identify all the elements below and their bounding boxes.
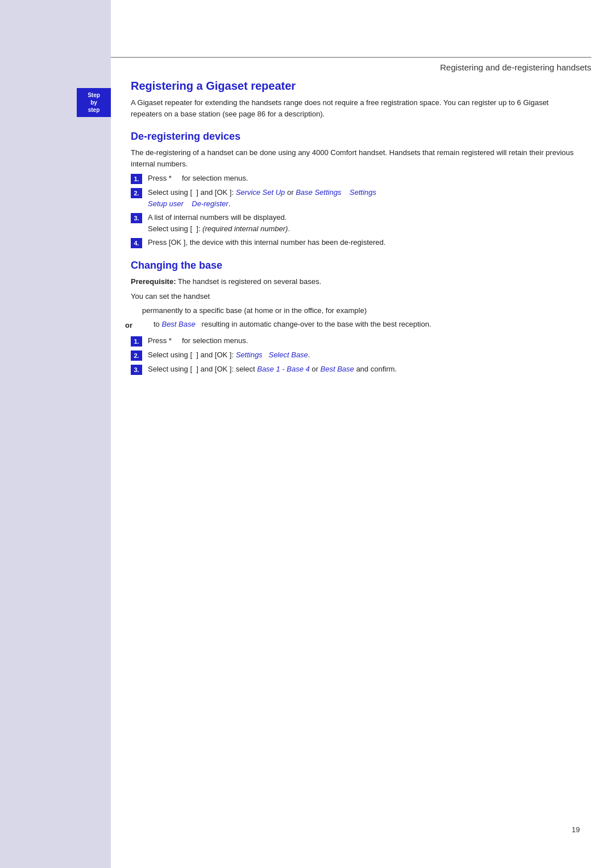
section3-or-label: or [125, 321, 148, 329]
section3-step2: 2. Select using [ ] and [OK ]: Settings … [131, 349, 580, 361]
page-header: Registering and de-registering handsets [111, 57, 591, 72]
section3-step3: 3. Select using [ ] and [OK ]: select Ba… [131, 364, 580, 375]
section3-step2-link2: Select Base [268, 350, 308, 359]
step-badge-line3: step [88, 107, 100, 113]
page-container: Step by step Registering and de-register… [0, 0, 614, 868]
section2-step2-num: 2. [131, 188, 142, 198]
section2-step3-text: A list of internal numbers will be displ… [148, 212, 580, 234]
step-badge: Step by step [77, 88, 111, 117]
section2-step3: 3. A list of internal numbers will be di… [131, 212, 580, 234]
section3-step2-link1: Settings [236, 350, 263, 359]
section3-para1: You can set the handset [131, 291, 580, 302]
section3-step1: 1. Press * for selection menus. [131, 335, 580, 347]
section2-step2: 2. Select using [ ] and [OK ]: Service S… [131, 187, 580, 209]
section3-prerequisite-text: The handset is registered on several bas… [176, 277, 321, 286]
section3-step3-num: 3. [131, 365, 142, 375]
section3-step3-link1: Base 1 - Base 4 [257, 365, 310, 373]
step-badge-line2: by [90, 99, 97, 106]
section3-prerequisite: Prerequisite: The handset is registered … [131, 276, 580, 287]
section1-heading: Registering a Gigaset repeater [131, 80, 580, 93]
section2-step2-link2: Base Settings Settings [296, 188, 376, 197]
section3-step2-num: 2. [131, 350, 142, 361]
section2-step2-link3: Setup user De-register [148, 199, 229, 208]
section3-step1-text: Press * for selection menus. [148, 335, 580, 347]
section3-indent2: to Best Base resulting in automatic chan… [148, 319, 432, 330]
section2-step4: 4. Press [OK ], the device with this int… [131, 237, 580, 248]
section2-step1-num: 1. [131, 174, 142, 184]
section1-para1: A Gigaset repeater for extending the han… [131, 97, 580, 119]
section2-step3-num: 3. [131, 213, 142, 223]
section2-para1: The de-registering of a handset can be d… [131, 147, 580, 169]
page-header-title: Registering and de-registering handsets [440, 62, 591, 72]
section3-prerequisite-label: Prerequisite: [131, 277, 176, 286]
section3-step3-link2: Best Base [321, 365, 354, 373]
section3-step1-num: 1. [131, 336, 142, 347]
section3-step2-text: Select using [ ] and [OK ]: Settings Sel… [148, 349, 580, 361]
step-badge-line1: Step [88, 92, 100, 98]
section3-heading: Changing the base [131, 260, 580, 272]
sidebar-strip [0, 0, 111, 868]
section2-step1: 1. Press * for selection menus. [131, 173, 580, 184]
section2-step1-text: Press * for selection menus. [148, 173, 580, 184]
section3-indent1: permanently to a specific base (at home … [142, 305, 580, 316]
section2-step2-text: Select using [ ] and [OK ]: Service Set … [148, 187, 580, 209]
main-content: Registering a Gigaset repeater A Gigaset… [131, 80, 580, 378]
section3-best-base-link: Best Base [161, 320, 195, 328]
section2-step2-link1: Service Set Up [236, 188, 285, 197]
section2-heading: De-registering devices [131, 131, 580, 143]
section3-step3-text: Select using [ ] and [OK ]: select Base … [148, 364, 580, 375]
section3-or-row: or to Best Base resulting in automatic c… [131, 319, 580, 332]
page-number: 19 [572, 825, 580, 834]
section2-step4-text: Press [OK ], the device with this intern… [148, 237, 580, 248]
section2-step4-num: 4. [131, 238, 142, 248]
